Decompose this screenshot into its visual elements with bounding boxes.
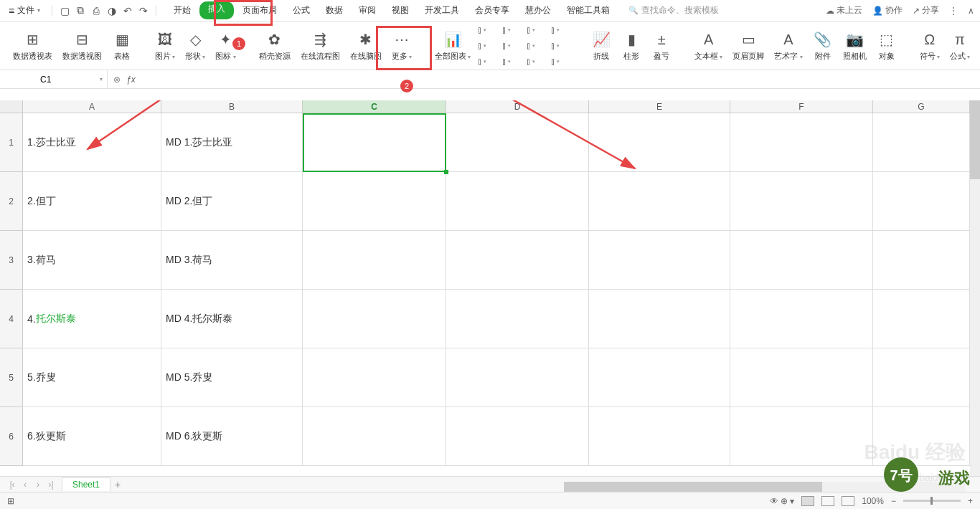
qat-redo-icon[interactable]: ↷	[136, 3, 151, 19]
qat-new-icon[interactable]: ▢	[57, 3, 72, 19]
qat-print-icon[interactable]: ⎙	[88, 3, 104, 19]
chart-mini-icon[interactable]: ⫿	[502, 55, 522, 68]
eye-mode-icon[interactable]: 👁 ⊕ ▾	[770, 496, 795, 506]
col-header-B[interactable]: B	[161, 100, 303, 113]
ribbon-数据透视表[interactable]: ⊞数据透视表	[10, 29, 55, 62]
name-box[interactable]: C1	[0, 70, 108, 88]
row-header[interactable]: 2	[0, 172, 23, 231]
cell[interactable]: MD 1.莎士比亚	[161, 113, 303, 172]
cell[interactable]: MD 5.乔叟	[161, 348, 303, 407]
share-button[interactable]: ↗ 分享	[913, 4, 939, 16]
more-menu-icon[interactable]: ⋮	[949, 6, 958, 16]
tab-页面布局[interactable]: 页面布局	[235, 1, 284, 19]
ribbon-文本框[interactable]: A文本框	[692, 29, 725, 62]
fill-handle[interactable]	[444, 170, 448, 174]
cell[interactable]: 3.荷马	[23, 231, 161, 290]
chart-mini-icon[interactable]: ⫿	[551, 24, 571, 37]
chart-mini-icon[interactable]: ⫿	[527, 24, 547, 37]
tab-审阅[interactable]: 审阅	[352, 1, 383, 19]
cancel-formula-icon[interactable]: ⊗	[113, 75, 121, 85]
cell[interactable]	[303, 172, 446, 231]
cell[interactable]: 2.但丁	[23, 172, 161, 231]
chart-mini-icon[interactable]: ⫿	[478, 39, 498, 52]
sheet-tab[interactable]: Sheet1	[62, 477, 110, 491]
col-header-A[interactable]: A	[23, 100, 161, 113]
qat-preview-icon[interactable]: ◑	[104, 3, 120, 19]
cell[interactable]	[303, 290, 446, 348]
select-all-corner[interactable]	[0, 100, 23, 113]
ribbon-形状[interactable]: ◇形状	[182, 29, 208, 62]
cell[interactable]	[589, 348, 730, 407]
zoom-level[interactable]: 100%	[862, 496, 884, 506]
horizontal-scrollbar[interactable]	[564, 482, 966, 492]
cell[interactable]	[303, 407, 446, 466]
ribbon-公式[interactable]: π公式	[947, 29, 973, 62]
search-box[interactable]: 查找命令、搜索模板	[628, 4, 719, 16]
chart-mini-icon[interactable]: ⫿	[478, 24, 498, 37]
cell[interactable]: 1.莎士比亚	[23, 113, 161, 172]
hscroll-thumb[interactable]	[564, 482, 822, 492]
sheet-nav-first-icon[interactable]: |‹	[6, 480, 19, 490]
cell[interactable]	[873, 231, 970, 290]
ribbon-折线[interactable]: 📈折线	[588, 29, 614, 62]
cell[interactable]	[873, 172, 970, 231]
cell[interactable]	[446, 290, 589, 348]
tab-会员专享[interactable]: 会员专享	[468, 1, 517, 19]
tab-公式[interactable]: 公式	[286, 1, 317, 19]
view-normal-icon[interactable]	[801, 496, 814, 506]
ribbon-盈亏[interactable]: ±盈亏	[649, 29, 674, 62]
chart-mini-icon[interactable]: ⫿	[527, 55, 547, 68]
cell[interactable]	[589, 290, 730, 348]
chart-mini-icon[interactable]: ⫿	[551, 55, 571, 68]
col-header-E[interactable]: E	[589, 100, 730, 113]
col-header-F[interactable]: F	[730, 100, 873, 113]
tab-插入[interactable]: 插入	[199, 1, 234, 19]
row-header[interactable]: 5	[0, 348, 23, 407]
cell[interactable]: 6.狄更斯	[23, 407, 161, 466]
ribbon-在线脑图[interactable]: ✱在线脑图	[347, 29, 385, 62]
view-break-icon[interactable]	[842, 496, 854, 506]
fx-label[interactable]: ƒx	[126, 75, 136, 85]
ribbon-表格[interactable]: ▦表格	[109, 29, 135, 62]
chart-mini-icon[interactable]: ⫿	[551, 39, 571, 52]
cell[interactable]	[446, 407, 589, 466]
vscroll-thumb[interactable]	[970, 100, 980, 179]
row-header[interactable]: 1	[0, 113, 23, 172]
ribbon-艺术字[interactable]: A艺术字	[771, 29, 805, 62]
row-header[interactable]: 4	[0, 290, 23, 348]
tab-开始[interactable]: 开始	[166, 1, 198, 19]
ribbon-稻壳资源[interactable]: ✿稻壳资源	[256, 29, 293, 62]
cell[interactable]: MD 2.但丁	[161, 172, 303, 231]
zoom-slider[interactable]	[903, 500, 961, 502]
tab-数据[interactable]: 数据	[319, 1, 350, 19]
cell[interactable]	[446, 113, 589, 172]
tab-智能工具箱[interactable]: 智能工具箱	[560, 1, 617, 19]
collapse-ribbon-icon[interactable]: ∧	[968, 6, 974, 16]
cell[interactable]	[589, 113, 730, 172]
ribbon-符号[interactable]: Ω符号	[917, 29, 943, 62]
cell[interactable]	[446, 348, 589, 407]
col-header-C[interactable]: C	[303, 100, 446, 113]
zoom-out-icon[interactable]: −	[891, 496, 896, 506]
ribbon-柱形[interactable]: ▮柱形	[618, 29, 644, 62]
cell[interactable]: MD 3.荷马	[161, 231, 303, 290]
cell[interactable]	[589, 231, 730, 290]
view-page-icon[interactable]	[821, 496, 834, 506]
ribbon-在线流程图[interactable]: ⇶在线流程图	[298, 29, 343, 62]
col-header-G[interactable]: G	[873, 100, 970, 113]
cell[interactable]: 4.托尔斯泰	[23, 290, 161, 348]
add-sheet-button[interactable]: +	[115, 479, 121, 490]
cell[interactable]	[589, 407, 730, 466]
chart-mini-icon[interactable]: ⫿	[527, 39, 547, 52]
cell[interactable]	[873, 407, 970, 466]
ribbon-页眉页脚[interactable]: ▭页眉页脚	[730, 29, 767, 62]
sheet-nav-prev-icon[interactable]: ‹	[19, 480, 32, 490]
cell[interactable]	[730, 290, 873, 348]
row-header[interactable]: 3	[0, 231, 23, 290]
chart-mini-icon[interactable]: ⫿	[502, 39, 522, 52]
cell[interactable]	[589, 172, 730, 231]
col-header-D[interactable]: D	[446, 100, 589, 113]
row-header[interactable]: 6	[0, 407, 23, 466]
tab-慧办公[interactable]: 慧办公	[518, 1, 558, 19]
cell[interactable]	[730, 113, 873, 172]
